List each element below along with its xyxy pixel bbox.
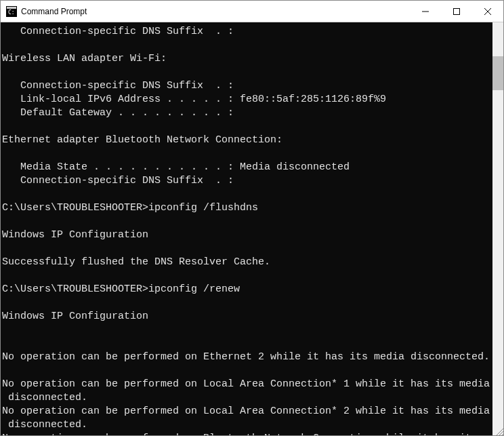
svg-rect-1 bbox=[7, 7, 16, 9]
terminal-line bbox=[2, 39, 491, 52]
terminal-area: Connection-specific DNS Suffix . : Wirel… bbox=[1, 22, 503, 435]
svg-line-8 bbox=[499, 431, 503, 435]
svg-text:C:: C: bbox=[8, 9, 15, 16]
window-title: Command Prompt bbox=[21, 7, 410, 16]
terminal-line: No operation can be performed on Local A… bbox=[2, 405, 491, 418]
terminal-line bbox=[2, 215, 491, 229]
terminal-line bbox=[2, 120, 491, 134]
terminal-line: C:\Users\TROUBLESHOOTER>ipconfig /flushd… bbox=[2, 201, 491, 215]
terminal-line bbox=[2, 337, 491, 351]
terminal-line: No operation can be performed on Etherne… bbox=[2, 351, 491, 364]
svg-line-9 bbox=[502, 434, 503, 435]
terminal-line: Windows IP Configuration bbox=[2, 229, 491, 242]
terminal-line: Link-local IPv6 Address . . . . . : fe80… bbox=[2, 93, 491, 106]
titlebar[interactable]: C: Command Prompt bbox=[1, 1, 503, 22]
terminal-line: No operation can be performed on Bluetoo… bbox=[2, 432, 491, 435]
terminal-line: disconnected. bbox=[2, 391, 491, 405]
terminal-line: Successfully flushed the DNS Resolver Ca… bbox=[2, 256, 491, 269]
terminal-line bbox=[2, 269, 491, 283]
terminal-line: No operation can be performed on Local A… bbox=[2, 378, 491, 391]
terminal-line: Default Gateway . . . . . . . . . : bbox=[2, 106, 491, 120]
minimize-button[interactable] bbox=[410, 1, 441, 22]
terminal-line bbox=[2, 66, 491, 79]
terminal-line: Media State . . . . . . . . . . . : Medi… bbox=[2, 161, 491, 174]
terminal-line: C:\Users\TROUBLESHOOTER>ipconfig /renew bbox=[2, 283, 491, 296]
terminal-line: Windows IP Configuration bbox=[2, 310, 491, 323]
svg-line-7 bbox=[497, 429, 503, 435]
terminal-line: disconnected. bbox=[2, 418, 491, 432]
terminal-line bbox=[2, 242, 491, 256]
terminal-line: Connection-specific DNS Suffix . : bbox=[2, 25, 491, 39]
window-controls bbox=[410, 1, 503, 22]
cmd-icon: C: bbox=[6, 6, 17, 17]
terminal-line bbox=[2, 147, 491, 161]
scroll-thumb[interactable] bbox=[492, 56, 503, 90]
terminal-line: Connection-specific DNS Suffix . : bbox=[2, 79, 491, 93]
terminal-line bbox=[2, 188, 491, 201]
terminal-line bbox=[2, 296, 491, 310]
terminal-line bbox=[2, 364, 491, 378]
terminal-line bbox=[2, 323, 491, 337]
svg-rect-4 bbox=[454, 8, 460, 14]
terminal-line: Wireless LAN adapter Wi-Fi: bbox=[2, 52, 491, 66]
terminal-line: Connection-specific DNS Suffix . : bbox=[2, 174, 491, 188]
terminal-output[interactable]: Connection-specific DNS Suffix . : Wirel… bbox=[1, 22, 492, 435]
terminal-line: Ethernet adapter Bluetooth Network Conne… bbox=[2, 134, 491, 147]
close-button[interactable] bbox=[472, 1, 503, 22]
scrollbar[interactable] bbox=[492, 22, 503, 435]
maximize-button[interactable] bbox=[441, 1, 472, 22]
resize-grip-icon bbox=[492, 426, 503, 435]
